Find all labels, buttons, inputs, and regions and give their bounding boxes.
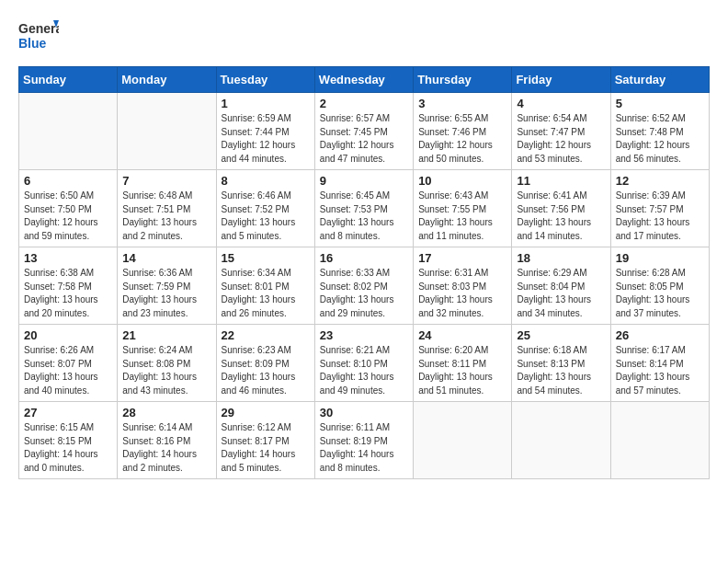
day-number: 29 xyxy=(222,406,310,419)
day-number: 24 xyxy=(418,328,506,342)
day-number: 12 xyxy=(616,174,704,188)
day-number: 14 xyxy=(122,251,210,265)
day-info: Sunrise: 6:24 AMSunset: 8:08 PMDaylight:… xyxy=(122,344,210,397)
day-number: 26 xyxy=(616,328,704,342)
svg-text:General: General xyxy=(18,21,59,36)
calendar-day-cell: 16 Sunrise: 6:33 AMSunset: 8:02 PMDaylig… xyxy=(314,247,413,325)
day-number: 11 xyxy=(517,174,605,188)
header-monday: Monday xyxy=(118,67,216,93)
day-number: 9 xyxy=(320,174,408,188)
logo: General Blue xyxy=(18,17,59,57)
calendar-day-cell: 23 Sunrise: 6:21 AMSunset: 8:10 PMDaylig… xyxy=(314,325,413,402)
calendar-day-cell: 10 Sunrise: 6:43 AMSunset: 7:55 PMDaylig… xyxy=(414,170,512,247)
calendar-day-cell xyxy=(512,402,610,479)
calendar-day-cell: 5 Sunrise: 6:52 AMSunset: 7:48 PMDayligh… xyxy=(610,93,709,170)
day-number: 3 xyxy=(418,97,506,110)
day-number: 19 xyxy=(616,251,704,265)
calendar-day-cell: 9 Sunrise: 6:45 AMSunset: 7:53 PMDayligh… xyxy=(314,170,413,247)
day-info: Sunrise: 6:54 AMSunset: 7:47 PMDaylight:… xyxy=(517,112,605,166)
calendar-day-cell: 8 Sunrise: 6:46 AMSunset: 7:52 PMDayligh… xyxy=(216,170,314,247)
day-info: Sunrise: 6:48 AMSunset: 7:51 PMDaylight:… xyxy=(122,190,210,243)
calendar-day-cell: 12 Sunrise: 6:39 AMSunset: 7:57 PMDaylig… xyxy=(610,170,709,247)
calendar-day-cell: 2 Sunrise: 6:57 AMSunset: 7:45 PMDayligh… xyxy=(314,93,413,170)
week-row-3: 13 Sunrise: 6:38 AMSunset: 7:58 PMDaylig… xyxy=(19,247,710,325)
day-number: 23 xyxy=(320,328,408,342)
calendar-table: SundayMondayTuesdayWednesdayThursdayFrid… xyxy=(18,66,710,479)
day-info: Sunrise: 6:28 AMSunset: 8:05 PMDaylight:… xyxy=(616,267,704,320)
day-info: Sunrise: 6:21 AMSunset: 8:10 PMDaylight:… xyxy=(320,344,408,397)
day-number: 7 xyxy=(122,174,210,188)
day-number: 20 xyxy=(24,328,112,342)
calendar-header-row: SundayMondayTuesdayWednesdayThursdayFrid… xyxy=(19,67,710,93)
day-info: Sunrise: 6:59 AMSunset: 7:44 PMDaylight:… xyxy=(222,112,310,166)
day-info: Sunrise: 6:55 AMSunset: 7:46 PMDaylight:… xyxy=(418,112,506,166)
calendar-day-cell: 11 Sunrise: 6:41 AMSunset: 7:56 PMDaylig… xyxy=(512,170,610,247)
calendar-day-cell: 28 Sunrise: 6:14 AMSunset: 8:16 PMDaylig… xyxy=(118,402,216,479)
calendar-day-cell: 18 Sunrise: 6:29 AMSunset: 8:04 PMDaylig… xyxy=(512,247,610,325)
day-info: Sunrise: 6:45 AMSunset: 7:53 PMDaylight:… xyxy=(320,190,408,243)
day-number: 25 xyxy=(517,328,605,342)
day-info: Sunrise: 6:17 AMSunset: 8:14 PMDaylight:… xyxy=(616,344,704,397)
calendar-day-cell: 13 Sunrise: 6:38 AMSunset: 7:58 PMDaylig… xyxy=(19,247,118,325)
calendar-day-cell xyxy=(610,402,709,479)
day-info: Sunrise: 6:36 AMSunset: 7:59 PMDaylight:… xyxy=(122,267,210,320)
day-info: Sunrise: 6:39 AMSunset: 7:57 PMDaylight:… xyxy=(616,190,704,243)
header-thursday: Thursday xyxy=(414,67,512,93)
calendar-day-cell: 4 Sunrise: 6:54 AMSunset: 7:47 PMDayligh… xyxy=(512,93,610,170)
day-info: Sunrise: 6:57 AMSunset: 7:45 PMDaylight:… xyxy=(320,112,408,166)
header-saturday: Saturday xyxy=(610,67,709,93)
calendar-day-cell: 6 Sunrise: 6:50 AMSunset: 7:50 PMDayligh… xyxy=(19,170,118,247)
calendar-day-cell: 20 Sunrise: 6:26 AMSunset: 8:07 PMDaylig… xyxy=(19,325,118,402)
day-number: 15 xyxy=(222,251,310,265)
day-number: 2 xyxy=(320,97,408,110)
day-number: 30 xyxy=(320,406,408,419)
day-number: 10 xyxy=(418,174,506,188)
day-info: Sunrise: 6:43 AMSunset: 7:55 PMDaylight:… xyxy=(418,190,506,243)
calendar-day-cell: 14 Sunrise: 6:36 AMSunset: 7:59 PMDaylig… xyxy=(118,247,216,325)
calendar-day-cell: 17 Sunrise: 6:31 AMSunset: 8:03 PMDaylig… xyxy=(414,247,512,325)
day-number: 16 xyxy=(320,251,408,265)
day-number: 13 xyxy=(24,251,112,265)
week-row-2: 6 Sunrise: 6:50 AMSunset: 7:50 PMDayligh… xyxy=(19,170,710,247)
day-number: 21 xyxy=(122,328,210,342)
header-sunday: Sunday xyxy=(19,67,118,93)
day-info: Sunrise: 6:12 AMSunset: 8:17 PMDaylight:… xyxy=(222,421,310,475)
calendar-day-cell: 19 Sunrise: 6:28 AMSunset: 8:05 PMDaylig… xyxy=(610,247,709,325)
day-info: Sunrise: 6:18 AMSunset: 8:13 PMDaylight:… xyxy=(517,344,605,397)
day-info: Sunrise: 6:52 AMSunset: 7:48 PMDaylight:… xyxy=(616,112,704,166)
day-info: Sunrise: 6:26 AMSunset: 8:07 PMDaylight:… xyxy=(24,344,112,397)
calendar-day-cell: 27 Sunrise: 6:15 AMSunset: 8:15 PMDaylig… xyxy=(19,402,118,479)
day-info: Sunrise: 6:15 AMSunset: 8:15 PMDaylight:… xyxy=(24,421,112,475)
svg-text:Blue: Blue xyxy=(18,36,47,51)
calendar-day-cell: 22 Sunrise: 6:23 AMSunset: 8:09 PMDaylig… xyxy=(216,325,314,402)
day-number: 8 xyxy=(222,174,310,188)
day-info: Sunrise: 6:11 AMSunset: 8:19 PMDaylight:… xyxy=(320,421,408,475)
day-number: 18 xyxy=(517,251,605,265)
header-friday: Friday xyxy=(512,67,610,93)
day-number: 1 xyxy=(222,97,310,110)
day-number: 27 xyxy=(24,406,112,419)
day-number: 17 xyxy=(418,251,506,265)
header: General Blue xyxy=(18,17,710,57)
calendar-day-cell: 29 Sunrise: 6:12 AMSunset: 8:17 PMDaylig… xyxy=(216,402,314,479)
day-info: Sunrise: 6:41 AMSunset: 7:56 PMDaylight:… xyxy=(517,190,605,243)
day-info: Sunrise: 6:50 AMSunset: 7:50 PMDaylight:… xyxy=(24,190,112,243)
calendar-day-cell xyxy=(414,402,512,479)
header-tuesday: Tuesday xyxy=(216,67,314,93)
header-wednesday: Wednesday xyxy=(314,67,413,93)
day-info: Sunrise: 6:20 AMSunset: 8:11 PMDaylight:… xyxy=(418,344,506,397)
day-number: 6 xyxy=(24,174,112,188)
day-number: 4 xyxy=(517,97,605,110)
calendar-day-cell: 25 Sunrise: 6:18 AMSunset: 8:13 PMDaylig… xyxy=(512,325,610,402)
calendar-day-cell xyxy=(19,93,118,170)
day-info: Sunrise: 6:31 AMSunset: 8:03 PMDaylight:… xyxy=(418,267,506,320)
week-row-4: 20 Sunrise: 6:26 AMSunset: 8:07 PMDaylig… xyxy=(19,325,710,402)
logo-svg: General Blue xyxy=(18,17,59,57)
calendar-day-cell: 3 Sunrise: 6:55 AMSunset: 7:46 PMDayligh… xyxy=(414,93,512,170)
day-number: 5 xyxy=(616,97,704,110)
page: General Blue SundayMondayTuesdayWednesda… xyxy=(0,0,728,563)
day-info: Sunrise: 6:38 AMSunset: 7:58 PMDaylight:… xyxy=(24,267,112,320)
day-info: Sunrise: 6:23 AMSunset: 8:09 PMDaylight:… xyxy=(222,344,310,397)
calendar-day-cell: 24 Sunrise: 6:20 AMSunset: 8:11 PMDaylig… xyxy=(414,325,512,402)
calendar-day-cell: 26 Sunrise: 6:17 AMSunset: 8:14 PMDaylig… xyxy=(610,325,709,402)
